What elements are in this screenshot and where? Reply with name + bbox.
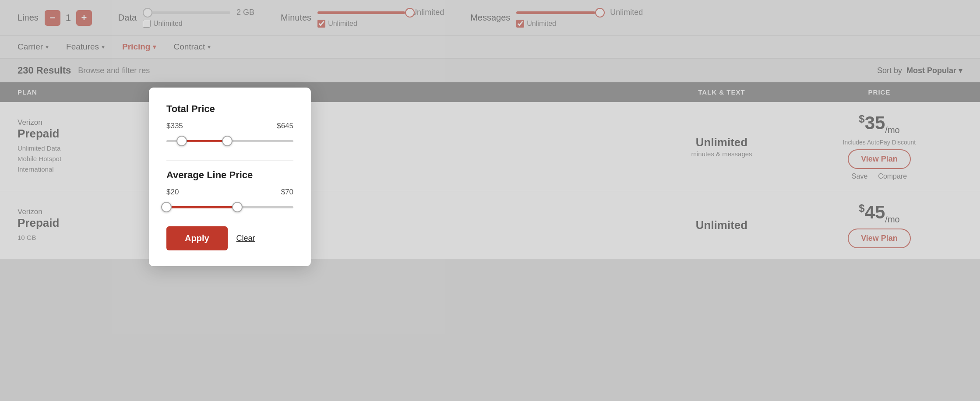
total-price-fill bbox=[182, 140, 227, 142]
modal-overlay[interactable]: Total Price $335 $645 Average Line Price… bbox=[0, 0, 980, 401]
avg-line-price-title: Average Line Price bbox=[166, 169, 293, 181]
avg-line-price-slider[interactable] bbox=[166, 200, 293, 214]
avg-line-price-fill bbox=[166, 206, 237, 208]
apply-button[interactable]: Apply bbox=[166, 226, 228, 250]
total-price-slider[interactable] bbox=[166, 134, 293, 148]
avg-price-min: $20 bbox=[166, 188, 179, 197]
total-price-thumb-left[interactable] bbox=[176, 136, 187, 146]
modal-divider bbox=[166, 160, 293, 161]
avg-line-price-track bbox=[166, 206, 293, 208]
total-price-title: Total Price bbox=[166, 103, 293, 115]
total-price-max: $645 bbox=[277, 122, 293, 130]
avg-line-price-labels: $20 $70 bbox=[166, 188, 293, 197]
total-price-min: $335 bbox=[166, 122, 183, 130]
avg-line-price-thumb-right[interactable] bbox=[232, 202, 243, 212]
total-price-track bbox=[166, 140, 293, 142]
modal-actions: Apply Clear bbox=[166, 226, 293, 250]
avg-price-max: $70 bbox=[281, 188, 293, 197]
total-price-thumb-right[interactable] bbox=[222, 136, 233, 146]
pricing-modal: Total Price $335 $645 Average Line Price… bbox=[149, 88, 311, 266]
clear-button[interactable]: Clear bbox=[236, 234, 255, 243]
avg-line-price-thumb-left[interactable] bbox=[161, 202, 172, 212]
total-price-labels: $335 $645 bbox=[166, 122, 293, 130]
